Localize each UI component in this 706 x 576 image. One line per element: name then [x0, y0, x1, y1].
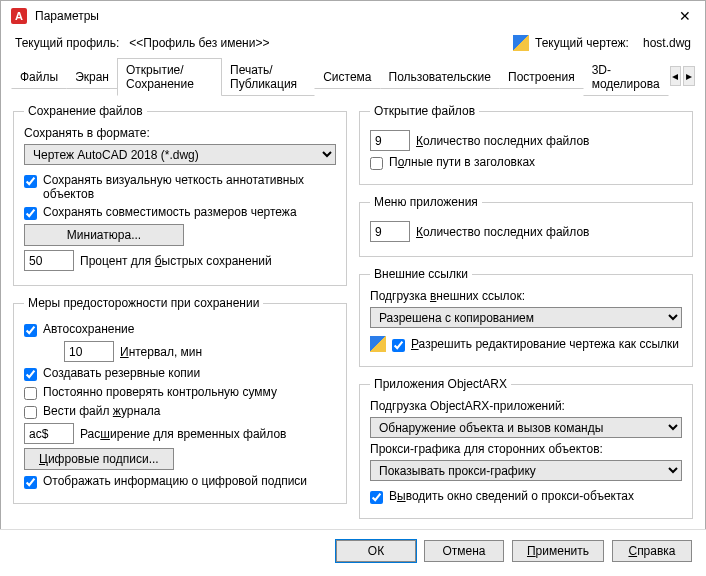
group-precautions: Меры предосторожности при сохранении Авт…: [13, 296, 347, 504]
dwg-icon: [513, 35, 529, 51]
checkbox-visual-clarity[interactable]: Сохранять визуальную четкость аннотативн…: [24, 173, 336, 201]
tab-scroll-right-icon[interactable]: ▸: [683, 66, 695, 86]
tabstrip: Файлы Экран Открытие/Сохранение Печать/П…: [1, 57, 705, 96]
checkbox-show-sign[interactable]: Отображать информацию о цифровой подписи: [24, 474, 336, 489]
checkbox-journal[interactable]: Вести файл журнала: [24, 404, 336, 419]
checkbox-dim-compat[interactable]: Сохранять совместимость размеров чертежа: [24, 205, 336, 220]
checkbox-proxy-info[interactable]: Выводить окно сведений о прокси-объектах: [370, 489, 682, 504]
group-app-menu-legend: Меню приложения: [370, 195, 482, 209]
app-logo-icon: A: [11, 8, 27, 24]
group-objectarx-legend: Приложения ObjectARX: [370, 377, 511, 391]
group-open-files: Открытие файлов Количество последних фай…: [359, 104, 693, 185]
ext-label: Расширение для временных файлов: [80, 427, 286, 441]
checkbox-backup[interactable]: Создавать резервные копии: [24, 366, 336, 381]
tab-build[interactable]: Построения: [499, 65, 584, 89]
save-format-select[interactable]: Чертеж AutoCAD 2018 (*.dwg): [24, 144, 336, 165]
current-drawing-value: host.dwg: [643, 36, 691, 50]
current-profile-value: <<Профиль без имени>>: [129, 36, 269, 50]
apply-button[interactable]: Применить: [512, 540, 604, 562]
ext-input[interactable]: [24, 423, 74, 444]
group-open-files-legend: Открытие файлов: [370, 104, 479, 118]
group-objectarx: Приложения ObjectARX Подгрузка ObjectARX…: [359, 377, 693, 519]
tab-system[interactable]: Система: [314, 65, 380, 89]
checkbox-full-paths[interactable]: Полные пути в заголовках: [370, 155, 682, 170]
signatures-button[interactable]: Цифровые подписи...: [24, 448, 174, 470]
group-precautions-legend: Меры предосторожности при сохранении: [24, 296, 263, 310]
tab-screen[interactable]: Экран: [66, 65, 118, 89]
tab-open-save[interactable]: Открытие/Сохранение: [117, 58, 222, 96]
save-format-label: Сохранять в формате:: [24, 126, 336, 140]
ok-button[interactable]: ОК: [336, 540, 416, 562]
proxy-select[interactable]: Показывать прокси-графику: [370, 460, 682, 481]
help-button[interactable]: Справка: [612, 540, 692, 562]
group-app-menu: Меню приложения Количество последних фай…: [359, 195, 693, 257]
open-recent-input[interactable]: [370, 130, 410, 151]
open-recent-label: Количество последних файлов: [416, 134, 589, 148]
xrefs-load-select[interactable]: Разрешена с копированием: [370, 307, 682, 328]
arx-load-label: Подгрузка ObjectARX-приложений:: [370, 399, 682, 413]
checkbox-checksum[interactable]: Постоянно проверять контрольную сумму: [24, 385, 336, 400]
tab-print[interactable]: Печать/Публикация: [221, 58, 315, 96]
group-save-files-legend: Сохранение файлов: [24, 104, 147, 118]
window-title: Параметры: [35, 9, 99, 23]
group-xrefs-legend: Внешние ссылки: [370, 267, 472, 281]
checkbox-autosave[interactable]: Автосохранение: [24, 322, 336, 337]
cancel-button[interactable]: Отмена: [424, 540, 504, 562]
menu-recent-label: Количество последних файлов: [416, 225, 589, 239]
interval-label: Интервал, мин: [120, 345, 202, 359]
interval-input[interactable]: [64, 341, 114, 362]
dwg-icon: [370, 336, 386, 352]
checkbox-xref-edit[interactable]: Разрешить редактирование чертежа как ссы…: [392, 337, 679, 352]
tab-3d[interactable]: 3D-моделирова: [583, 58, 669, 96]
arx-load-select[interactable]: Обнаружение объекта и вызов команды: [370, 417, 682, 438]
menu-recent-input[interactable]: [370, 221, 410, 242]
current-drawing-label: Текущий чертеж:: [535, 36, 629, 50]
percent-input[interactable]: [24, 250, 74, 271]
tab-scroll-left-icon[interactable]: ◂: [670, 66, 682, 86]
tab-files[interactable]: Файлы: [11, 65, 67, 89]
percent-label: Процент для быстрых сохранений: [80, 254, 272, 268]
close-icon[interactable]: ✕: [675, 8, 695, 24]
tab-user[interactable]: Пользовательские: [380, 65, 501, 89]
current-profile-label: Текущий профиль:: [15, 36, 119, 50]
xrefs-load-label: Подгрузка внешних ссылок:: [370, 289, 682, 303]
thumbnail-button[interactable]: Миниатюра...: [24, 224, 184, 246]
group-save-files: Сохранение файлов Сохранять в формате: Ч…: [13, 104, 347, 286]
proxy-label: Прокси-графика для сторонних объектов:: [370, 442, 682, 456]
group-xrefs: Внешние ссылки Подгрузка внешних ссылок:…: [359, 267, 693, 367]
